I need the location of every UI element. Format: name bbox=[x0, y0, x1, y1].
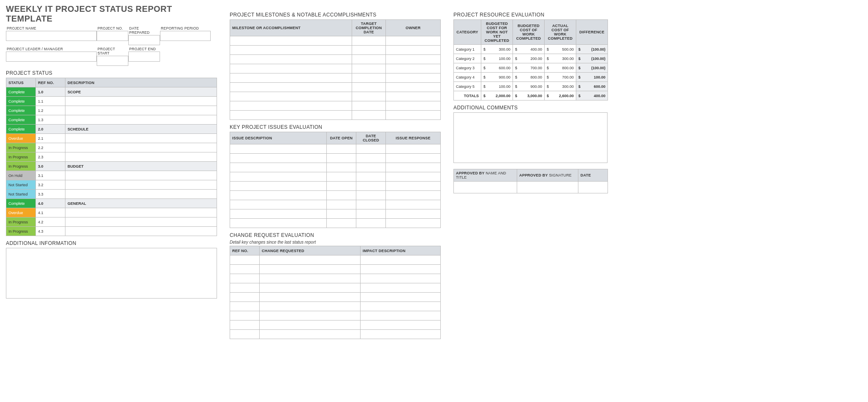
empty-cell[interactable] bbox=[230, 55, 352, 64]
empty-cell[interactable] bbox=[386, 144, 441, 154]
empty-cell[interactable] bbox=[386, 46, 441, 55]
input-approved-name[interactable] bbox=[454, 182, 517, 193]
empty-cell[interactable] bbox=[327, 219, 356, 228]
status-cell[interactable]: Overdue bbox=[6, 134, 36, 143]
empty-cell[interactable] bbox=[260, 321, 361, 330]
input-project-name[interactable] bbox=[6, 31, 97, 41]
empty-cell[interactable] bbox=[230, 283, 260, 293]
empty-cell[interactable] bbox=[356, 200, 386, 209]
status-cell[interactable]: Not Started bbox=[6, 180, 36, 190]
empty-cell[interactable] bbox=[230, 36, 352, 46]
empty-cell[interactable] bbox=[230, 46, 352, 55]
input-project-no[interactable] bbox=[97, 31, 128, 41]
status-cell[interactable]: Complete bbox=[6, 106, 36, 115]
empty-cell[interactable] bbox=[361, 311, 441, 321]
empty-cell[interactable] bbox=[352, 111, 386, 120]
empty-cell[interactable] bbox=[230, 219, 327, 228]
empty-cell[interactable] bbox=[230, 321, 260, 330]
empty-cell[interactable] bbox=[356, 209, 386, 219]
input-date-prepared[interactable] bbox=[128, 35, 160, 45]
empty-cell[interactable] bbox=[260, 283, 361, 293]
empty-cell[interactable] bbox=[352, 101, 386, 111]
empty-cell[interactable] bbox=[230, 101, 352, 111]
empty-cell[interactable] bbox=[230, 302, 260, 311]
empty-cell[interactable] bbox=[386, 92, 441, 101]
empty-cell[interactable] bbox=[260, 330, 361, 339]
empty-cell[interactable] bbox=[386, 83, 441, 92]
empty-cell[interactable] bbox=[230, 293, 260, 302]
empty-cell[interactable] bbox=[230, 191, 327, 200]
empty-cell[interactable] bbox=[356, 154, 386, 163]
status-cell[interactable]: Complete bbox=[6, 115, 36, 125]
empty-cell[interactable] bbox=[356, 163, 386, 172]
empty-cell[interactable] bbox=[386, 101, 441, 111]
empty-cell[interactable] bbox=[361, 293, 441, 302]
empty-cell[interactable] bbox=[230, 92, 352, 101]
empty-cell[interactable] bbox=[352, 83, 386, 92]
status-cell[interactable]: Complete bbox=[6, 87, 36, 97]
empty-cell[interactable] bbox=[327, 154, 356, 163]
status-cell[interactable]: Overdue bbox=[6, 208, 36, 217]
empty-cell[interactable] bbox=[327, 144, 356, 154]
empty-cell[interactable] bbox=[327, 163, 356, 172]
empty-cell[interactable] bbox=[230, 330, 260, 339]
empty-cell[interactable] bbox=[386, 154, 441, 163]
status-cell[interactable]: In Progress bbox=[6, 143, 36, 152]
input-project-start[interactable] bbox=[97, 56, 128, 66]
empty-cell[interactable] bbox=[327, 200, 356, 209]
empty-cell[interactable] bbox=[352, 46, 386, 55]
empty-cell[interactable] bbox=[386, 55, 441, 64]
empty-cell[interactable] bbox=[230, 144, 327, 154]
status-cell[interactable]: In Progress bbox=[6, 227, 36, 236]
status-cell[interactable]: On Hold bbox=[6, 171, 36, 180]
empty-cell[interactable] bbox=[230, 64, 352, 73]
empty-cell[interactable] bbox=[260, 311, 361, 321]
input-project-leader[interactable] bbox=[6, 52, 97, 62]
empty-cell[interactable] bbox=[386, 219, 441, 228]
empty-cell[interactable] bbox=[386, 163, 441, 172]
empty-cell[interactable] bbox=[260, 293, 361, 302]
empty-cell[interactable] bbox=[386, 182, 441, 191]
empty-cell[interactable] bbox=[230, 209, 327, 219]
empty-cell[interactable] bbox=[230, 182, 327, 191]
empty-cell[interactable] bbox=[386, 209, 441, 219]
empty-cell[interactable] bbox=[361, 274, 441, 283]
empty-cell[interactable] bbox=[356, 191, 386, 200]
empty-cell[interactable] bbox=[260, 302, 361, 311]
input-approved-date[interactable] bbox=[578, 182, 608, 193]
input-approved-sig[interactable] bbox=[517, 182, 578, 193]
empty-cell[interactable] bbox=[352, 55, 386, 64]
empty-cell[interactable] bbox=[356, 182, 386, 191]
empty-cell[interactable] bbox=[361, 255, 441, 265]
empty-cell[interactable] bbox=[386, 200, 441, 209]
empty-cell[interactable] bbox=[327, 182, 356, 191]
input-additional-info[interactable] bbox=[6, 248, 217, 299]
empty-cell[interactable] bbox=[327, 209, 356, 219]
empty-cell[interactable] bbox=[352, 64, 386, 73]
empty-cell[interactable] bbox=[386, 172, 441, 182]
empty-cell[interactable] bbox=[361, 283, 441, 293]
input-project-end[interactable] bbox=[128, 52, 160, 62]
empty-cell[interactable] bbox=[230, 154, 327, 163]
empty-cell[interactable] bbox=[230, 163, 327, 172]
empty-cell[interactable] bbox=[260, 274, 361, 283]
status-cell[interactable]: In Progress bbox=[6, 217, 36, 227]
empty-cell[interactable] bbox=[361, 265, 441, 274]
input-comments[interactable] bbox=[453, 112, 608, 163]
empty-cell[interactable] bbox=[356, 172, 386, 182]
empty-cell[interactable] bbox=[361, 321, 441, 330]
status-cell[interactable]: In Progress bbox=[6, 152, 36, 162]
empty-cell[interactable] bbox=[386, 64, 441, 73]
empty-cell[interactable] bbox=[356, 144, 386, 154]
input-reporting-period[interactable] bbox=[160, 31, 211, 41]
empty-cell[interactable] bbox=[327, 191, 356, 200]
empty-cell[interactable] bbox=[230, 274, 260, 283]
empty-cell[interactable] bbox=[386, 73, 441, 83]
empty-cell[interactable] bbox=[352, 36, 386, 46]
empty-cell[interactable] bbox=[260, 265, 361, 274]
empty-cell[interactable] bbox=[356, 219, 386, 228]
empty-cell[interactable] bbox=[230, 172, 327, 182]
status-cell[interactable]: Complete bbox=[6, 125, 36, 134]
empty-cell[interactable] bbox=[386, 111, 441, 120]
status-cell[interactable]: In Progress bbox=[6, 162, 36, 171]
